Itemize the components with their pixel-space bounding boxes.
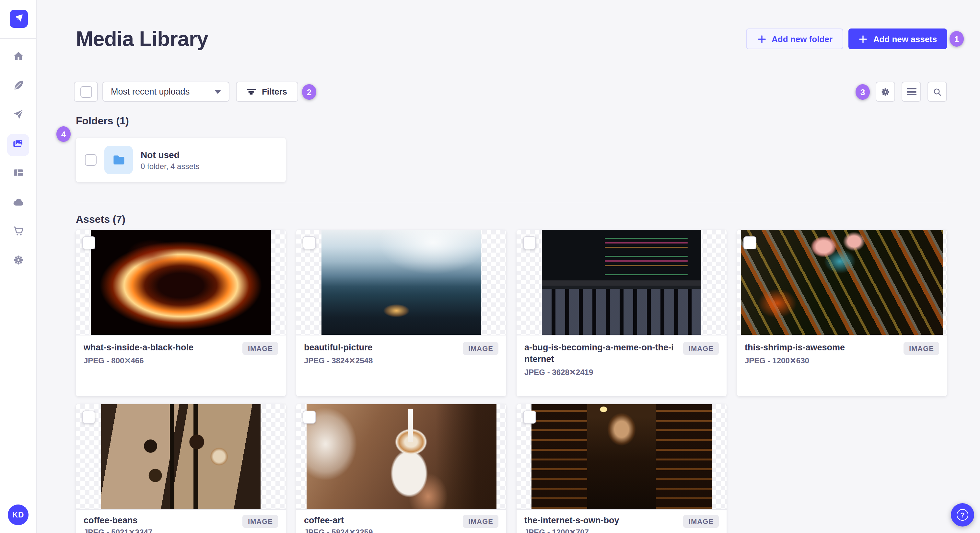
asset-card[interactable]: coffee-art JPEG - 5824✕3259 IMAGE bbox=[296, 404, 506, 533]
page-title: Media Library bbox=[76, 27, 208, 51]
user-avatar[interactable]: KD bbox=[8, 504, 29, 525]
asset-type-badge: IMAGE bbox=[684, 342, 719, 355]
help-button[interactable]: ? bbox=[951, 503, 974, 527]
home-icon bbox=[12, 50, 25, 65]
asset-name: the-internet-s-own-boy bbox=[524, 516, 619, 525]
asset-type-badge: IMAGE bbox=[463, 515, 498, 528]
paper-plane-icon bbox=[12, 108, 25, 123]
list-view-button[interactable] bbox=[902, 82, 921, 102]
asset-card[interactable]: coffee-beans JPEG - 5021✕3347 IMAGE bbox=[76, 404, 286, 533]
asset-meta: JPEG - 3824✕2548 bbox=[304, 356, 458, 365]
asset-thumbnail-area bbox=[737, 230, 947, 335]
list-icon bbox=[907, 86, 916, 97]
gear-icon bbox=[12, 254, 25, 269]
asset-type-badge: IMAGE bbox=[243, 342, 278, 355]
folder-card[interactable]: Not used 0 folder, 4 assets bbox=[76, 138, 286, 182]
asset-name: a-bug-is-becoming-a-meme-on-the-internet bbox=[524, 343, 674, 364]
select-all-checkbox[interactable] bbox=[80, 86, 92, 97]
plus-icon bbox=[757, 34, 767, 44]
asset-meta: JPEG - 5824✕3259 bbox=[304, 528, 458, 533]
sidebar-item-content[interactable] bbox=[6, 75, 30, 98]
cloud-icon bbox=[12, 195, 25, 211]
asset-card[interactable]: the-internet-s-own-boy JPEG - 1200✕707 I… bbox=[517, 404, 727, 533]
asset-thumbnail-area bbox=[76, 230, 286, 335]
strapi-logo[interactable] bbox=[10, 10, 28, 28]
asset-checkbox[interactable] bbox=[523, 236, 536, 249]
cart-icon bbox=[12, 225, 25, 240]
sidebar: KD bbox=[0, 0, 37, 533]
assets-heading: Assets (7) bbox=[76, 214, 126, 225]
search-button[interactable] bbox=[928, 82, 947, 102]
section-divider bbox=[76, 203, 947, 203]
annotation-badge-4: 4 bbox=[56, 126, 71, 142]
main-content: Media Library Add new folder Add new ass… bbox=[37, 0, 980, 533]
sidebar-item-marketplace[interactable] bbox=[6, 220, 30, 244]
asset-checkbox[interactable] bbox=[82, 411, 95, 424]
folder-checkbox[interactable] bbox=[85, 154, 97, 166]
asset-card[interactable]: what-s-inside-a-black-hole JPEG - 800✕46… bbox=[76, 230, 286, 397]
asset-thumbnail-area bbox=[296, 230, 506, 335]
plus-icon bbox=[859, 34, 868, 44]
asset-checkbox[interactable] bbox=[743, 236, 756, 249]
layout-icon bbox=[12, 167, 25, 181]
asset-name: this-shrimp-is-awesome bbox=[745, 343, 845, 352]
sidebar-item-media-library[interactable] bbox=[7, 134, 29, 156]
asset-type-badge: IMAGE bbox=[904, 342, 939, 355]
asset-thumbnail-shrimp bbox=[741, 230, 943, 335]
asset-name: beautiful-picture bbox=[304, 343, 373, 352]
sidebar-item-home[interactable] bbox=[6, 45, 30, 69]
folders-heading: Folders (1) bbox=[76, 115, 129, 127]
sidebar-item-content-type-builder[interactable] bbox=[6, 162, 30, 186]
question-mark-icon: ? bbox=[957, 509, 968, 521]
asset-type-badge: IMAGE bbox=[243, 515, 278, 528]
add-new-assets-button[interactable]: Add new assets bbox=[848, 29, 947, 49]
asset-card[interactable]: this-shrimp-is-awesome JPEG - 1200✕630 I… bbox=[737, 230, 947, 397]
asset-thumbnail-coffee-art bbox=[306, 404, 496, 509]
filters-label: Filters bbox=[262, 87, 287, 97]
asset-checkbox[interactable] bbox=[303, 411, 316, 424]
sidebar-item-settings[interactable] bbox=[6, 249, 30, 273]
asset-type-badge: IMAGE bbox=[684, 515, 719, 528]
asset-thumbnail-area bbox=[76, 404, 286, 510]
chevron-down-icon bbox=[215, 90, 221, 94]
asset-meta: JPEG - 5021✕3347 bbox=[84, 528, 237, 533]
feather-icon bbox=[12, 79, 25, 94]
select-all-card bbox=[74, 82, 98, 102]
folder-meta: 0 folder, 4 assets bbox=[141, 161, 199, 171]
asset-thumbnail-code-laptop bbox=[542, 230, 701, 335]
asset-meta: JPEG - 1200✕707 bbox=[524, 528, 678, 533]
asset-name: coffee-beans bbox=[84, 516, 138, 525]
asset-checkbox[interactable] bbox=[523, 411, 536, 424]
asset-type-badge: IMAGE bbox=[463, 342, 498, 355]
add-new-folder-button[interactable]: Add new folder bbox=[746, 29, 843, 49]
asset-meta: JPEG - 1200✕630 bbox=[745, 356, 899, 365]
asset-checkbox[interactable] bbox=[303, 236, 316, 249]
asset-thumbnail-coffee-beans bbox=[101, 404, 261, 509]
search-icon bbox=[932, 86, 942, 97]
asset-card[interactable]: beautiful-picture JPEG - 3824✕2548 IMAGE bbox=[296, 230, 506, 397]
sidebar-divider bbox=[0, 38, 36, 39]
media-library-icon bbox=[12, 137, 25, 153]
sort-dropdown[interactable]: Most recent uploads bbox=[102, 82, 229, 102]
view-settings-button[interactable] bbox=[876, 82, 895, 102]
asset-name: coffee-art bbox=[304, 516, 344, 525]
asset-meta: JPEG - 800✕466 bbox=[84, 356, 237, 365]
asset-checkbox[interactable] bbox=[82, 236, 95, 249]
folder-icon bbox=[111, 153, 126, 167]
asset-thumbnail-black-hole bbox=[91, 230, 271, 335]
asset-thumbnail-area bbox=[517, 230, 727, 335]
asset-name: what-s-inside-a-black-hole bbox=[84, 343, 194, 352]
asset-thumbnail-area bbox=[517, 404, 727, 510]
asset-card[interactable]: a-bug-is-becoming-a-meme-on-the-internet… bbox=[517, 230, 727, 397]
add-new-assets-label: Add new assets bbox=[873, 34, 937, 44]
asset-thumbnail-mountains bbox=[321, 230, 481, 335]
annotation-badge-3: 3 bbox=[856, 84, 870, 100]
filters-button[interactable]: Filters bbox=[236, 82, 298, 102]
settings-icon bbox=[880, 86, 891, 97]
folder-name: Not used bbox=[141, 149, 199, 160]
sidebar-item-releases[interactable] bbox=[6, 104, 30, 128]
strapi-logo-icon bbox=[12, 11, 25, 27]
sidebar-item-deploy[interactable] bbox=[6, 191, 30, 215]
annotation-badge-2: 2 bbox=[302, 84, 316, 100]
filter-icon bbox=[247, 88, 256, 95]
